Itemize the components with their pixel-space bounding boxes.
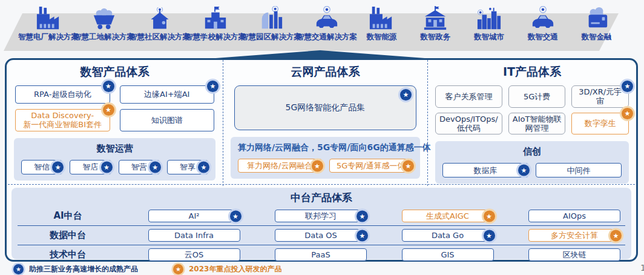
product-box-label: AIoT智能物联网管理 xyxy=(513,114,562,133)
blue-star-icon: ★ xyxy=(230,210,242,222)
product-box[interactable]: 客户关系管理 xyxy=(435,85,502,108)
product-box-label: PaaS xyxy=(311,250,330,259)
banner-item-label: 数智金融 xyxy=(582,33,612,41)
product-box[interactable]: 数字孪生★ xyxy=(571,113,629,135)
section-middle-platform: 中台产品体系 AI中台AI²★联邦学习★生成式AIGC★AIOps数据中台Dat… xyxy=(12,188,631,259)
product-box[interactable]: AI²★ xyxy=(148,210,240,222)
legend-label: 助推三新业务高速增长的成熟产品 xyxy=(29,264,138,274)
product-box[interactable]: 3D/XR/元宇宙★ xyxy=(571,85,629,108)
product-box[interactable]: 数据库★ xyxy=(442,163,528,177)
product-box-label: 联邦学习 xyxy=(305,211,337,220)
product-box[interactable]: 云OS xyxy=(148,248,240,261)
big-box-label: 5G网络智能化产品集 xyxy=(286,102,366,113)
digital-operations-boxes: 智信★智店★智营★智享★ xyxy=(21,160,208,174)
product-box[interactable]: 联邦学习★ xyxy=(275,210,367,222)
main-container: 数智产品体系 RPA-超级自动化★边缘AI+端AI★Data Discovery… xyxy=(5,58,638,262)
product-box-label: 数据库 xyxy=(474,166,498,175)
blue-star-icon: ★ xyxy=(622,81,633,92)
product-box-label: 智营 xyxy=(131,162,147,171)
product-box[interactable]: 多方安全计算★ xyxy=(528,229,620,242)
banner-item[interactable]: 数智交通 xyxy=(516,0,570,58)
section-cloud-network-products: 云网产品体系 5G网络智能化产品集 ★ 算力网络/云网融合，5G专网/面向6G的… xyxy=(223,60,427,186)
product-box[interactable]: 生成式AIGC★ xyxy=(402,210,494,222)
legend: ★助推三新业务高速增长的成熟产品★2023年重点投入研发的产品 xyxy=(13,263,281,275)
product-box[interactable]: 5G专网/通算感一体★ xyxy=(329,159,413,173)
product-box-label: 多方安全计算 xyxy=(551,231,598,240)
banner-item-label: 智慧园区解决方案 xyxy=(241,33,301,41)
banner-item[interactable]: 数智金融 xyxy=(570,0,623,58)
product-box[interactable]: RPA-超级自动化★ xyxy=(15,85,110,104)
campus-icon xyxy=(257,0,285,31)
product-box-label: 知识图谱 xyxy=(151,116,183,125)
blue-star-icon: ★ xyxy=(150,161,161,173)
banner-items: 智慧电厂解决方案智慧工地解决方案智慧社区解决方案智慧学校解决方案智慧园区解决方案… xyxy=(0,0,644,58)
banner-item[interactable]: 智慧社区解决方案 xyxy=(132,0,188,58)
panel-title: 信创 xyxy=(442,146,622,157)
product-box[interactable]: DevOps/ITOps/低代码 xyxy=(435,113,502,135)
industry-banner: 智慧电厂解决方案智慧工地解决方案智慧社区解决方案智慧学校解决方案智慧园区解决方案… xyxy=(0,0,644,58)
government-icon xyxy=(421,0,449,31)
banner-item[interactable]: 智慧电厂解决方案 xyxy=(21,0,76,58)
blue-star-icon: ★ xyxy=(484,230,495,241)
orange-star-icon: ★ xyxy=(402,160,414,171)
product-box[interactable]: Data Go★ xyxy=(402,229,494,242)
product-box[interactable]: 知识图谱 xyxy=(120,109,215,131)
blue-star-icon: ★ xyxy=(356,230,368,241)
product-box[interactable]: 中间件 xyxy=(536,163,622,177)
product-box[interactable]: Data OS★ xyxy=(275,229,367,242)
digital-product-boxes: RPA-超级自动化★边缘AI+端AI★Data Discovery-新一代商业智… xyxy=(13,85,217,131)
section-title: 数智产品体系 xyxy=(13,64,217,80)
school-icon xyxy=(202,0,229,31)
product-box[interactable]: 智信★ xyxy=(21,160,62,174)
house-icon xyxy=(146,0,173,31)
product-box[interactable]: 智享★ xyxy=(167,160,208,174)
product-box[interactable]: 区块链 xyxy=(528,248,620,261)
product-box[interactable]: 智营★ xyxy=(119,160,160,174)
blue-star-icon: ★ xyxy=(103,81,114,92)
orange-star-icon: ★ xyxy=(622,108,633,119)
product-box-label: 3D/XR/元宇宙 xyxy=(576,87,625,106)
panel-heading: 算力网络/云网融合，5G专网/面向6G的通算感一体 xyxy=(238,142,413,153)
orange-star-icon: ★ xyxy=(312,160,323,171)
middle-platform-row: AI中台AI²★联邦学习★生成式AIGC★AIOps xyxy=(18,207,625,225)
banner-item-label: 数智城市 xyxy=(474,33,504,41)
product-box[interactable]: PaaS xyxy=(275,248,367,261)
blue-star-icon: ★ xyxy=(356,210,368,222)
orange-star-icon: ★ xyxy=(173,264,183,274)
section-title: IT产品体系 xyxy=(434,64,630,80)
product-box[interactable]: Data Discovery-新一代商业智能BI套件★ xyxy=(15,109,110,131)
row-label: 数据中台 xyxy=(22,230,113,241)
banner-item[interactable]: 智慧工地解决方案 xyxy=(76,0,132,58)
product-box-label: RPA-超级自动化 xyxy=(34,90,91,99)
product-box[interactable]: AIOps xyxy=(528,210,620,222)
car-icon xyxy=(313,0,341,31)
product-box[interactable]: AIoT智能物联网管理 xyxy=(508,113,566,135)
product-box[interactable]: Data Infra xyxy=(148,229,240,242)
computing-network-boxes: 算力网络/云网融合★5G专网/通算感一体★ xyxy=(238,159,413,173)
bankcard-icon xyxy=(583,0,611,31)
5g-network-product-box[interactable]: 5G网络智能化产品集 ★ xyxy=(234,85,416,130)
banner-item[interactable]: 智慧交通解决方案 xyxy=(299,0,355,58)
product-box-label: Data OS xyxy=(304,231,337,240)
middle-platform-rows: AI中台AI²★联邦学习★生成式AIGC★AIOps数据中台Data Infra… xyxy=(18,207,625,264)
product-box[interactable]: 边缘AI+端AI★ xyxy=(120,85,215,104)
product-box-label: AI² xyxy=(189,211,200,220)
banner-item[interactable]: 数智政务 xyxy=(409,0,462,58)
product-box[interactable]: 5G计费 xyxy=(508,85,566,108)
product-box-label: 边缘AI+端AI xyxy=(144,90,189,99)
section-digital-products: 数智产品体系 RPA-超级自动化★边缘AI+端AI★Data Discovery… xyxy=(7,60,223,186)
product-box[interactable]: 智店★ xyxy=(70,160,111,174)
legend-label: 2023年重点投入研发的产品 xyxy=(189,264,281,274)
banner-item[interactable]: 智慧园区解决方案 xyxy=(243,0,299,58)
product-box[interactable]: 算力网络/云网融合★ xyxy=(238,159,322,173)
banner-item[interactable]: 数智城市 xyxy=(462,0,516,58)
product-box[interactable]: GIS xyxy=(402,248,494,261)
legend-item: ★2023年重点投入研发的产品 xyxy=(173,264,281,274)
banner-item[interactable]: 智慧学校解决方案 xyxy=(188,0,243,58)
factory-icon xyxy=(34,0,62,31)
page-number: 1 xyxy=(640,263,644,273)
product-box-label: 客户关系管理 xyxy=(445,92,492,101)
banner-item[interactable]: 数智能源 xyxy=(355,0,409,58)
panel-computing-network: 算力网络/云网融合，5G专网/面向6G的通算感一体 算力网络/云网融合★5G专网… xyxy=(231,137,420,179)
section-title: 中台产品体系 xyxy=(18,191,625,205)
